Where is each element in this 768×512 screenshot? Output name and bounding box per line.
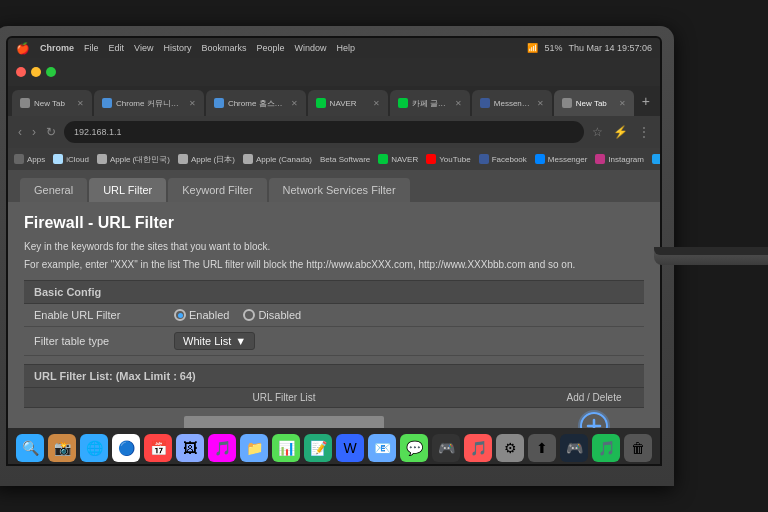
macos-dock: 🔍 📸 🌐 🔵 📅 🖼 🎵 📁 📊 📝 W 📧 💬 🎮 🎵 ⚙ — [8, 428, 660, 466]
bookmark-label-youtube: YouTube — [439, 155, 470, 164]
bookmark-label-icloud: iCloud — [66, 155, 89, 164]
tab-3[interactable]: Chrome 홈스토어 ✕ — [206, 90, 306, 116]
tab-general[interactable]: General — [20, 178, 87, 202]
dock-excel-icon[interactable]: 📝 — [304, 434, 332, 462]
dock-settings-icon[interactable]: ⚙ — [496, 434, 524, 462]
bookmark-favicon-twitter — [652, 154, 660, 164]
tab-favicon-3 — [214, 98, 224, 108]
tab-close-2[interactable]: ✕ — [189, 99, 196, 108]
tab-favicon-7 — [562, 98, 572, 108]
maximize-button[interactable] — [46, 67, 56, 77]
dock-files-icon[interactable]: 📁 — [240, 434, 268, 462]
back-button[interactable]: ‹ — [16, 123, 24, 141]
router-page: Firewall - URL Filter Key in the keyword… — [8, 202, 660, 428]
url-filter-input[interactable] — [184, 416, 384, 428]
tab-url-filter[interactable]: URL Filter — [89, 178, 166, 202]
menu-view[interactable]: View — [134, 43, 153, 53]
tab-6[interactable]: Messenger ✕ — [472, 90, 552, 116]
tab-2[interactable]: Chrome 커뮤니티-뉴 ✕ — [94, 90, 204, 116]
minimize-button[interactable] — [31, 67, 41, 77]
menu-window[interactable]: Window — [294, 43, 326, 53]
close-button[interactable] — [16, 67, 26, 77]
dock-steam-icon[interactable]: 🎮 — [560, 434, 588, 462]
bookmark-favicon-messenger — [535, 154, 545, 164]
dock-messages-icon[interactable]: 💬 — [400, 434, 428, 462]
add-url-button[interactable] — [580, 412, 608, 428]
bookmark-apps[interactable]: Apps — [14, 154, 45, 164]
bookmark-youtube[interactable]: YouTube — [426, 154, 470, 164]
bookmark-apple-kr[interactable]: Apple (대한민국) — [97, 154, 170, 165]
tab-close-4[interactable]: ✕ — [373, 99, 380, 108]
bookmark-twitter[interactable]: 트위터 — [652, 154, 660, 165]
chrome-tabs-bar: New Tab ✕ Chrome 커뮤니티-뉴 ✕ Chrome 홈스토어 ✕ … — [8, 86, 660, 116]
tab-1[interactable]: New Tab ✕ — [12, 90, 92, 116]
new-tab-button[interactable]: + — [636, 93, 656, 109]
apple-icon[interactable]: 🍎 — [16, 42, 30, 55]
bookmark-instagram[interactable]: Instagram — [595, 154, 644, 164]
dock-spotify-icon[interactable]: 🎵 — [592, 434, 620, 462]
dock-word-icon[interactable]: W — [336, 434, 364, 462]
reload-button[interactable]: ↻ — [44, 123, 58, 141]
radio-disabled[interactable]: Disabled — [243, 309, 301, 321]
bookmark-apple-jp[interactable]: Apple (日本) — [178, 154, 235, 165]
bookmark-label-apple-kr: Apple (대한민국) — [110, 154, 170, 165]
bookmark-icloud[interactable]: iCloud — [53, 154, 89, 164]
bookmark-naver[interactable]: NAVER — [378, 154, 418, 164]
tab-close-7[interactable]: ✕ — [619, 99, 626, 108]
dock-music-icon[interactable]: 🎵 — [464, 434, 492, 462]
config-table: Enable URL Filter Enabled Dis — [24, 304, 644, 356]
radio-group-enable: Enabled Disabled — [174, 309, 301, 321]
tab-close-1[interactable]: ✕ — [77, 99, 84, 108]
dock-upload-icon[interactable]: ⬆ — [528, 434, 556, 462]
tab-keyword-filter[interactable]: Keyword Filter — [168, 178, 266, 202]
dock-trash-icon[interactable]: 🗑 — [624, 434, 652, 462]
tab-keyword-filter-label: Keyword Filter — [182, 184, 252, 196]
address-bar[interactable]: 192.168.1.1 — [64, 121, 584, 143]
bookmark-label-apple-jp: Apple (日本) — [191, 154, 235, 165]
bookmark-favicon-youtube — [426, 154, 436, 164]
dock-photos-icon[interactable]: 📸 — [48, 434, 76, 462]
menu-people[interactable]: People — [256, 43, 284, 53]
page-desc-2: For example, enter "XXX" in the list The… — [24, 258, 644, 272]
tab-label-4: NAVER — [330, 99, 357, 108]
dock-safari-icon[interactable]: 🌐 — [80, 434, 108, 462]
forward-button[interactable]: › — [30, 123, 38, 141]
tab-5[interactable]: 카페 글쓰기 ✕ — [390, 90, 470, 116]
chrome-menu-icon[interactable]: ⋮ — [636, 123, 652, 141]
tab-general-label: General — [34, 184, 73, 196]
dock-preview-icon[interactable]: 🖼 — [176, 434, 204, 462]
menu-help[interactable]: Help — [336, 43, 355, 53]
radio-enabled[interactable]: Enabled — [174, 309, 229, 321]
tab-network-filter[interactable]: Network Services Filter — [269, 178, 410, 202]
bookmark-favicon-apple-ca — [243, 154, 253, 164]
menu-bookmarks[interactable]: Bookmarks — [201, 43, 246, 53]
address-text: 192.168.1.1 — [74, 127, 122, 137]
menu-edit[interactable]: Edit — [109, 43, 125, 53]
dock-itunes-icon[interactable]: 🎵 — [208, 434, 236, 462]
chrome-menu-app: Chrome — [40, 43, 74, 53]
menu-file[interactable]: File — [84, 43, 99, 53]
filter-type-dropdown[interactable]: White List ▼ — [174, 332, 255, 350]
bookmark-messenger[interactable]: Messenger — [535, 154, 588, 164]
dock-finder-icon[interactable]: 🔍 — [16, 434, 44, 462]
tab-close-6[interactable]: ✕ — [537, 99, 544, 108]
tab-close-5[interactable]: ✕ — [455, 99, 462, 108]
basic-config-header: Basic Config — [24, 280, 644, 304]
bookmark-apple-ca[interactable]: Apple (Canada) — [243, 154, 312, 164]
datetime-display: Thu Mar 14 19:57:06 — [568, 43, 652, 53]
extensions-icon[interactable]: ⚡ — [611, 123, 630, 141]
tab-4[interactable]: NAVER ✕ — [308, 90, 388, 116]
bookmark-facebook[interactable]: Facebook — [479, 154, 527, 164]
tab-close-3[interactable]: ✕ — [291, 99, 298, 108]
bookmark-star[interactable]: ☆ — [590, 123, 605, 141]
dock-mail-icon[interactable]: 📧 — [368, 434, 396, 462]
dock-calendar-icon[interactable]: 📅 — [144, 434, 172, 462]
dock-numbers-icon[interactable]: 📊 — [272, 434, 300, 462]
bookmark-beta[interactable]: Beta Software — [320, 155, 370, 164]
tab-label-6: Messenger — [494, 99, 533, 108]
dock-chrome-icon[interactable]: 🔵 — [112, 434, 140, 462]
enable-url-filter-value: Enabled Disabled — [174, 309, 301, 321]
menu-history[interactable]: History — [163, 43, 191, 53]
dock-game-icon[interactable]: 🎮 — [432, 434, 460, 462]
tab-7[interactable]: New Tab ✕ — [554, 90, 634, 116]
